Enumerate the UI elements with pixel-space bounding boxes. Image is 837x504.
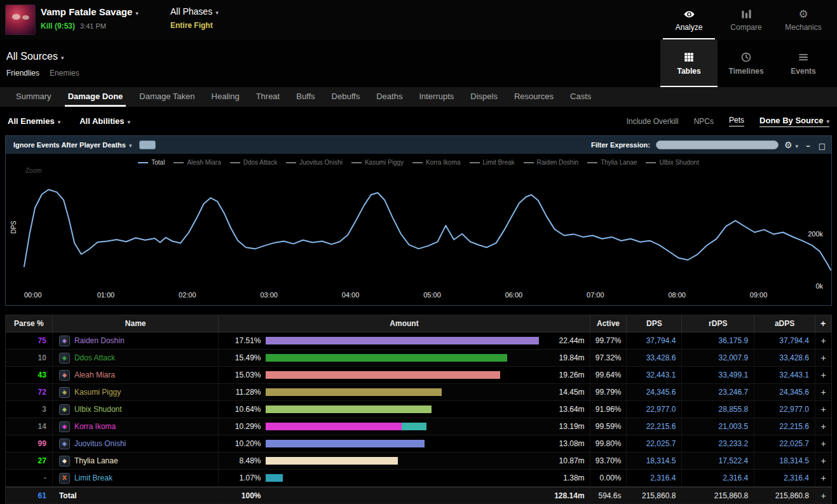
- legend-item-korra-ikoma[interactable]: Korra Ikoma: [412, 159, 460, 166]
- col-header-active[interactable]: Active: [590, 315, 627, 332]
- legend-item-juovitus-onishi[interactable]: Juovitus Onishi: [286, 159, 343, 166]
- tab-dispels[interactable]: Dispels: [462, 87, 506, 107]
- expand-row-button[interactable]: +: [815, 367, 831, 383]
- parse-link[interactable]: -: [44, 473, 46, 482]
- parse-link[interactable]: 72: [38, 388, 46, 397]
- parse-link[interactable]: 14: [38, 422, 46, 431]
- player-name[interactable]: Ulbix Shudont: [74, 405, 122, 414]
- tab-interrupts[interactable]: Interrupts: [411, 87, 462, 107]
- expand-row-button[interactable]: +: [815, 401, 831, 418]
- zoom-label: Zoom: [25, 167, 42, 174]
- tab-debuffs[interactable]: Debuffs: [323, 87, 369, 107]
- legend-item-total[interactable]: Total: [138, 159, 165, 166]
- abilities-dropdown[interactable]: All Abilities: [79, 116, 130, 126]
- col-header-amount[interactable]: Amount: [219, 315, 590, 332]
- parse-link[interactable]: 99: [38, 439, 46, 448]
- deaths-dropdown[interactable]: Ignore Events After Player Deaths: [13, 141, 132, 149]
- amount-cell: 8.48%10.87m: [219, 453, 590, 469]
- adps-cell: 37,794.4: [754, 332, 815, 349]
- col-header-parse[interactable]: Parse %: [6, 315, 53, 332]
- tab-healing[interactable]: Healing: [203, 87, 248, 107]
- filter-right: Include Overkill NPCs Pets Done By Sourc…: [627, 107, 829, 135]
- name-cell: ◆Raiden Doshin: [53, 332, 219, 349]
- gear-icon[interactable]: [784, 139, 798, 151]
- parse-link[interactable]: 43: [38, 371, 46, 379]
- legend-item-raiden-doshin[interactable]: Raiden Doshin: [524, 159, 579, 166]
- enemies-dropdown[interactable]: All Enemies: [8, 116, 60, 126]
- legend-item-ddos-attack[interactable]: Ddos Attack: [230, 159, 277, 166]
- legend-item-limit-break[interactable]: Limit Break: [470, 159, 515, 166]
- col-header-dps[interactable]: DPS: [627, 315, 682, 332]
- boss-dropdown[interactable]: Vamp Fatale Savage: [41, 6, 139, 18]
- parse-link[interactable]: 3: [42, 405, 46, 414]
- pets-toggle[interactable]: Pets: [729, 116, 744, 126]
- legend-item-kasumi-piggy[interactable]: Kasumi Piggy: [351, 159, 404, 166]
- tab-damage-taken[interactable]: Damage Taken: [131, 87, 203, 107]
- tab-threat[interactable]: Threat: [248, 87, 289, 107]
- active-cell: 99.64%: [590, 367, 627, 383]
- legend-item-aleah-miara[interactable]: Aleah Miara: [174, 159, 221, 166]
- player-name[interactable]: Raiden Doshin: [74, 336, 125, 345]
- nav-mechanics[interactable]: ⚙Mechanics: [775, 0, 832, 39]
- adps-cell: 22,977.0: [754, 401, 815, 418]
- player-name[interactable]: Kasumi Piggy: [74, 388, 121, 397]
- amount-cell: 10.29%13.19m: [219, 418, 590, 435]
- done-by-dropdown[interactable]: Done By Source: [759, 116, 829, 127]
- player-name[interactable]: Thylia Lanae: [74, 456, 118, 465]
- deaths-filter-toggle[interactable]: [139, 140, 156, 149]
- player-name[interactable]: Limit Break: [74, 473, 112, 482]
- player-name[interactable]: Ddos Attack: [74, 353, 115, 362]
- player-name[interactable]: Korra Ikoma: [74, 422, 116, 431]
- npcs-toggle[interactable]: NPCs: [694, 117, 714, 126]
- source-sub-enemies[interactable]: Enemies: [50, 69, 79, 78]
- legend-item-ulbix-shudont[interactable]: Ulbix Shudont: [646, 159, 698, 166]
- view-tab-events[interactable]: Events: [775, 39, 832, 87]
- source-sub-friendlies[interactable]: Friendlies: [6, 69, 39, 78]
- col-header-name[interactable]: Name: [53, 315, 219, 332]
- tab-resources[interactable]: Resources: [506, 87, 562, 107]
- damage-amount: 13.19m: [544, 422, 585, 431]
- expand-row-button[interactable]: +: [815, 384, 831, 400]
- expand-row-button[interactable]: +: [815, 435, 831, 452]
- active-cell: 93.70%: [590, 453, 627, 469]
- tab-damage-done[interactable]: Damage Done: [60, 87, 132, 107]
- view-tabs: TablesTimelinesEvents: [660, 39, 832, 87]
- dps-chart[interactable]: 00:0001:0002:0003:0004:0005:0006:0007:00…: [6, 154, 831, 305]
- minimize-icon[interactable]: [804, 139, 812, 151]
- legend-item-thylia-lanae[interactable]: Thylia Lanae: [587, 159, 637, 166]
- expand-row-button[interactable]: +: [815, 418, 831, 435]
- nav-analyze[interactable]: Analyze: [660, 0, 718, 39]
- sources-dropdown[interactable]: All Sources: [6, 51, 64, 62]
- kill-label[interactable]: Kill (9:53): [41, 22, 75, 31]
- view-tab-timelines[interactable]: Timelines: [718, 39, 775, 87]
- view-tab-tables[interactable]: Tables: [660, 39, 718, 87]
- include-overkill-toggle[interactable]: Include Overkill: [627, 117, 679, 126]
- parse-link[interactable]: 75: [38, 336, 46, 345]
- mechanics-icon: ⚙: [798, 8, 808, 21]
- tab-casts[interactable]: Casts: [562, 87, 599, 107]
- col-header-plus[interactable]: +: [815, 315, 831, 332]
- expand-row-button[interactable]: +: [815, 332, 831, 349]
- filter-expression-input[interactable]: [656, 140, 779, 149]
- col-header-rdps[interactable]: rDPS: [682, 315, 754, 332]
- tab-deaths[interactable]: Deaths: [368, 87, 411, 107]
- legend-dash: [646, 162, 656, 163]
- parse-link[interactable]: 27: [38, 456, 46, 465]
- player-name[interactable]: Aleah Miara: [74, 371, 115, 379]
- tab-summary[interactable]: Summary: [8, 87, 60, 107]
- parse-link[interactable]: 61: [38, 491, 46, 500]
- player-name[interactable]: Juovitus Onishi: [74, 439, 126, 448]
- nav-compare[interactable]: Compare: [718, 0, 775, 39]
- damage-bar: [266, 440, 538, 447]
- expand-row-button[interactable]: +: [815, 470, 831, 486]
- expand-row-button[interactable]: +: [815, 350, 831, 366]
- expand-row-button[interactable]: +: [815, 453, 831, 469]
- parse-link[interactable]: 10: [38, 353, 46, 362]
- table-row: 43◆Aleah Miara15.03%19.26m99.64%32,443.1…: [6, 367, 831, 384]
- phases-dropdown[interactable]: All Phases: [170, 6, 219, 17]
- tab-buffs[interactable]: Buffs: [288, 87, 323, 107]
- expand-row-button[interactable]: +: [815, 487, 831, 503]
- legend-label: Total: [151, 159, 165, 166]
- col-header-adps[interactable]: aDPS: [754, 315, 815, 332]
- maximize-icon[interactable]: [818, 139, 826, 151]
